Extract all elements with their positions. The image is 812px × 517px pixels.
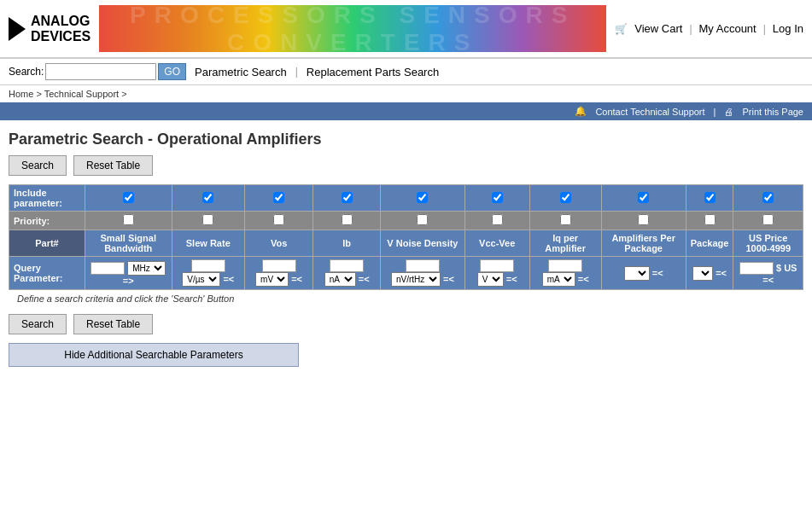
search-box: Search: GO	[9, 63, 186, 80]
page-title: Parametric Search - Operational Amplifie…	[0, 120, 812, 155]
query-vcc-input[interactable]	[480, 259, 514, 272]
view-cart-link[interactable]: View Cart	[634, 22, 682, 35]
include-param-row: Include parameter:	[9, 185, 803, 212]
include-vos-checkbox[interactable]	[273, 192, 284, 203]
priority-pkg-checkbox[interactable]	[704, 214, 716, 225]
include-iq-cell	[529, 185, 601, 212]
query-iq-unit[interactable]: mA	[542, 272, 575, 287]
hide-additional-button[interactable]: Hide Additional Searchable Parameters	[9, 343, 299, 367]
print-link[interactable]: Print this Page	[742, 107, 803, 117]
top-button-row: Search Reset Table	[9, 155, 803, 176]
query-ib-cell: nA =<	[313, 257, 381, 290]
contact-icon: 🔔	[575, 106, 587, 117]
priority-vcc-checkbox[interactable]	[492, 214, 503, 225]
priority-ssb-checkbox[interactable]	[123, 214, 134, 225]
include-ib-checkbox[interactable]	[342, 192, 353, 203]
log-in-link[interactable]: Log In	[773, 22, 803, 35]
query-iq-input[interactable]	[548, 259, 582, 272]
breadcrumb: Home > Technical Support >	[0, 85, 812, 102]
col-header-slew: Slew Rate	[172, 230, 245, 257]
query-slew-unit[interactable]: V/µs	[182, 272, 220, 287]
query-vos-unit[interactable]: mV	[255, 272, 289, 287]
query-iq-cell: mA =<	[529, 257, 601, 290]
query-amp-select[interactable]: 124	[624, 266, 650, 281]
contact-link[interactable]: Contact Technical Support	[595, 107, 704, 117]
query-iq-op: =<	[578, 274, 589, 284]
include-vnoise-checkbox[interactable]	[417, 192, 428, 203]
replacement-parts-link[interactable]: Replacement Parts Search	[307, 66, 439, 78]
cart-icon: 🛒	[615, 23, 628, 35]
my-account-link[interactable]: My Account	[699, 22, 757, 35]
contact-bar: 🔔 Contact Technical Support | 🖨 Print th…	[0, 102, 812, 120]
col-header-amp: Amplifiers Per Package	[601, 230, 686, 257]
logo: ANALOG DEVICES	[9, 14, 91, 44]
query-ib-unit[interactable]: nA	[324, 272, 356, 287]
search-button-bottom[interactable]: Search	[9, 314, 67, 334]
query-ssb-op: =>	[123, 276, 134, 286]
include-price-cell	[733, 185, 803, 212]
col-header-ssb: Small Signal Bandwidth	[85, 230, 172, 257]
include-amp-checkbox[interactable]	[638, 192, 649, 203]
query-amp-op: =<	[652, 268, 663, 278]
navbar: Search: GO Parametric Search | Replaceme…	[0, 59, 812, 85]
col-header-ib: Ib	[313, 230, 381, 257]
query-vnoise-op: =<	[443, 274, 454, 284]
priority-price-checkbox[interactable]	[762, 214, 774, 225]
hide-additional-section: Hide Additional Searchable Parameters	[9, 343, 803, 367]
priority-amp-cell	[601, 212, 686, 230]
query-param-row: Query Parameter: MHz => V/µs =< mV =<	[9, 257, 803, 290]
query-vos-input[interactable]	[262, 259, 296, 272]
include-price-checkbox[interactable]	[762, 192, 774, 203]
priority-vnoise-cell	[381, 212, 465, 230]
priority-slew-checkbox[interactable]	[202, 214, 213, 225]
query-price-op: =<	[762, 275, 774, 285]
include-slew-checkbox[interactable]	[202, 192, 213, 203]
include-ssb-cell	[85, 185, 172, 212]
query-price-unit: $ US	[776, 263, 797, 273]
query-vcc-unit[interactable]: V	[477, 272, 504, 287]
priority-vcc-cell	[464, 212, 529, 230]
query-pkg-cell: =<	[686, 257, 733, 290]
query-price-cell: $ US =<	[733, 257, 803, 290]
priority-vos-checkbox[interactable]	[273, 214, 284, 225]
priority-label: Priority:	[9, 212, 85, 230]
query-amp-cell: 124 =<	[601, 257, 686, 290]
col-header-price: US Price 1000-4999	[733, 230, 803, 257]
part-num-header: Part#	[9, 230, 85, 257]
priority-ssb-cell	[85, 212, 172, 230]
query-ssb-input[interactable]	[91, 262, 125, 275]
priority-amp-checkbox[interactable]	[638, 214, 649, 225]
column-header-row: Part# Small Signal Bandwidth Slew Rate V…	[9, 230, 803, 257]
query-price-input[interactable]	[739, 262, 774, 275]
query-pkg-select[interactable]	[692, 266, 713, 281]
reset-button-bottom[interactable]: Reset Table	[73, 314, 153, 334]
priority-ib-checkbox[interactable]	[342, 214, 353, 225]
query-vnoise-input[interactable]	[406, 259, 440, 272]
include-param-label: Include parameter:	[9, 185, 85, 212]
include-vcc-checkbox[interactable]	[492, 192, 503, 203]
go-button[interactable]: GO	[158, 63, 186, 80]
priority-pkg-cell	[686, 212, 733, 230]
print-icon: 🖨	[724, 107, 733, 117]
priority-price-cell	[733, 212, 803, 230]
include-vos-cell	[245, 185, 313, 212]
reset-button-top[interactable]: Reset Table	[73, 155, 153, 176]
parametric-search-link[interactable]: Parametric Search	[195, 66, 287, 78]
header: ANALOG DEVICES PROCESSORS SENSORS CONVER…	[0, 0, 812, 59]
priority-vnoise-checkbox[interactable]	[417, 214, 428, 225]
query-vnoise-unit[interactable]: nV/rtHz	[391, 272, 441, 287]
home-link[interactable]: Home	[9, 89, 33, 99]
query-ssb-unit[interactable]: MHz	[127, 261, 166, 276]
tech-support-link[interactable]: Technical Support	[44, 89, 119, 99]
query-ib-input[interactable]	[330, 259, 364, 272]
query-pkg-op: =<	[716, 268, 727, 278]
include-ssb-checkbox[interactable]	[123, 192, 134, 203]
include-iq-checkbox[interactable]	[560, 192, 571, 203]
include-pkg-checkbox[interactable]	[704, 192, 716, 203]
priority-iq-checkbox[interactable]	[560, 214, 571, 225]
query-ssb-cell: MHz =>	[85, 257, 172, 290]
logo-triangle-icon	[9, 17, 26, 41]
search-button-top[interactable]: Search	[9, 155, 67, 176]
search-input[interactable]	[45, 63, 156, 80]
query-slew-input[interactable]	[191, 259, 225, 272]
